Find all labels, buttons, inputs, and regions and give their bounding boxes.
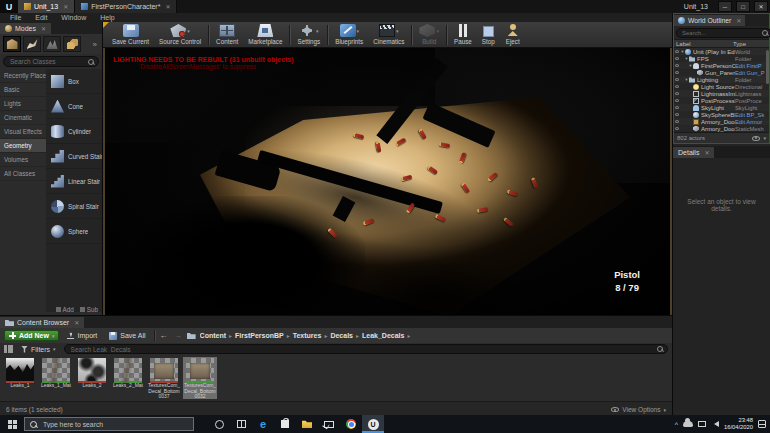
taskbar-app-task-view[interactable]: [230, 415, 252, 433]
outliner-row-postprocessvo[interactable]: PostProcessVoPostProce: [674, 97, 769, 104]
outliner-row-lighting[interactable]: ▾LightingFolder: [674, 76, 769, 83]
minimize-button[interactable]: ─: [718, 1, 732, 12]
marketplace-button[interactable]: Marketplace: [243, 23, 287, 46]
menu-item-window[interactable]: Window: [55, 14, 92, 21]
source-control-button[interactable]: ▾Source Control: [154, 23, 206, 46]
taskbar-app-cortana[interactable]: [208, 415, 230, 433]
visibility-eye-icon[interactable]: [675, 64, 679, 67]
placeable-item-cylinder[interactable]: Cylinder: [46, 119, 102, 144]
modes-search-input[interactable]: [8, 57, 88, 66]
expander-icon[interactable]: ▾: [684, 56, 689, 61]
cinematics-button[interactable]: ▾Cinematics: [368, 23, 409, 46]
close-tab-icon[interactable]: ✕: [736, 17, 741, 24]
network-icon[interactable]: [698, 421, 706, 427]
taskbar-app-mail[interactable]: [318, 415, 340, 433]
edit-asset-link[interactable]: Edit Gun_P: [735, 70, 769, 76]
visibility-eye-icon[interactable]: [675, 120, 679, 123]
tab-world-outliner[interactable]: World Outliner ✕: [674, 15, 745, 26]
taskbar-search-box[interactable]: [24, 417, 194, 431]
asset-item-leaks_1[interactable]: Leaks_1: [3, 357, 37, 399]
blueprints-button[interactable]: ▾Blueprints: [330, 23, 368, 46]
visibility-eye-icon[interactable]: [675, 113, 679, 116]
forward-button[interactable]: →: [173, 331, 183, 340]
outliner-scrollbar[interactable]: [766, 50, 769, 84]
visibility-eye-icon[interactable]: [675, 92, 679, 95]
start-button[interactable]: [0, 415, 24, 433]
visibility-eye-icon[interactable]: [675, 71, 679, 74]
modes-category-geometry[interactable]: Geometry: [0, 139, 46, 153]
menu-item-file[interactable]: File: [4, 14, 27, 21]
edit-asset-link[interactable]: Edit BP_Sk: [735, 112, 769, 118]
modes-category-visual-effects[interactable]: Visual Effects: [0, 125, 46, 139]
maximize-button[interactable]: □: [736, 1, 750, 12]
outliner-search-box[interactable]: [676, 28, 770, 38]
path-picker-icon[interactable]: [187, 332, 196, 339]
hidden-icons-chevron[interactable]: ^: [675, 421, 678, 428]
taskbar-app-file-explorer[interactable]: [296, 415, 318, 433]
close-tab-icon[interactable]: ✕: [74, 319, 79, 326]
volume-icon[interactable]: [711, 421, 719, 427]
taskbar-app-store[interactable]: [274, 415, 296, 433]
sources-panel-toggle-icon[interactable]: [4, 345, 13, 353]
outliner-view-options-button[interactable]: ▾: [752, 135, 766, 141]
visibility-eye-icon[interactable]: [675, 99, 679, 102]
onedrive-icon[interactable]: [683, 421, 693, 427]
filters-button[interactable]: Filters ▾: [17, 345, 60, 354]
outliner-row-light-source[interactable]: Light SourceDirectional: [674, 83, 769, 90]
label-column-header[interactable]: Label: [676, 41, 733, 47]
brush-sub-option[interactable]: Sub: [80, 306, 98, 313]
outliner-column-header[interactable]: Label Type: [674, 39, 769, 48]
tab-modes[interactable]: Modes ✕: [0, 23, 51, 34]
taskbar-search-input[interactable]: [41, 420, 188, 429]
breadcrumb-decals[interactable]: Decals: [330, 332, 353, 339]
outliner-row-armory-door-upc[interactable]: Armory_Door_UpcStaticMesh: [674, 125, 769, 132]
modes-category-basic[interactable]: Basic: [0, 83, 46, 97]
type-column-header[interactable]: Type: [733, 41, 767, 47]
save-current-button[interactable]: Save Current: [107, 23, 154, 46]
visibility-eye-icon[interactable]: [675, 85, 679, 88]
outliner-row-lightmassimpo[interactable]: LightmassImpoLightmass: [674, 90, 769, 97]
action-center-icon[interactable]: [758, 420, 766, 428]
placeable-item-linear-stair[interactable]: Linear Stair: [46, 169, 102, 194]
close-tab-icon[interactable]: ✕: [704, 149, 709, 156]
taskbar-app-chrome[interactable]: [340, 415, 362, 433]
overflow-chevron-icon[interactable]: »: [93, 40, 99, 49]
content-browser-search-box[interactable]: [64, 344, 668, 354]
outliner-row-unit-play-in-editor-[interactable]: ▾Unit (Play In Editor)World: [674, 48, 769, 55]
visibility-eye-icon[interactable]: [675, 127, 679, 130]
foliage-mode-button[interactable]: [63, 36, 81, 52]
view-options-button[interactable]: View Options ▾: [611, 406, 666, 413]
visibility-eye-icon[interactable]: [675, 50, 679, 53]
asset-item-texturescom_decal_bottom0032[interactable]: TexturesCom_Decal_Bottom0032: [183, 357, 217, 399]
close-button[interactable]: ✕: [754, 1, 768, 12]
edit-asset-link[interactable]: Edit Armor: [735, 119, 769, 125]
add-new-button[interactable]: Add New ▾: [4, 330, 59, 341]
visibility-eye-icon[interactable]: [675, 78, 679, 81]
modes-search-box[interactable]: [3, 56, 99, 67]
save-all-button[interactable]: Save All: [105, 331, 149, 341]
breadcrumb-leak_decals[interactable]: Leak_Decals: [362, 332, 404, 339]
menu-item-help[interactable]: Help: [94, 14, 120, 21]
tab-content-browser[interactable]: Content Browser ✕: [0, 317, 84, 328]
placeable-item-cone[interactable]: Cone: [46, 94, 102, 119]
taskbar-clock[interactable]: 23:48 16/04/2020: [724, 417, 753, 431]
eject-button[interactable]: Eject: [500, 23, 526, 46]
outliner-row-skylight[interactable]: SkyLightSkyLight: [674, 104, 769, 111]
visibility-eye-icon[interactable]: [675, 106, 679, 109]
taskbar-app-edge[interactable]: e: [252, 415, 274, 433]
placeable-item-box[interactable]: Box: [46, 69, 102, 94]
close-tab-icon[interactable]: ✕: [165, 3, 170, 10]
placeable-item-sphere[interactable]: Sphere: [46, 219, 102, 244]
tab-level-unit13[interactable]: Unit_13 ✕: [18, 0, 75, 13]
content-browser-search-input[interactable]: [69, 345, 657, 354]
expander-icon[interactable]: ▾: [684, 77, 689, 82]
breadcrumb-content[interactable]: Content: [200, 332, 226, 339]
stop-button[interactable]: Stop: [477, 24, 500, 46]
visibility-eye-icon[interactable]: [675, 57, 679, 60]
outliner-row-skysphereblue[interactable]: SkySphereBlueEdit BP_Sk: [674, 111, 769, 118]
asset-item-leaks_2[interactable]: Leaks_2: [75, 357, 109, 399]
level-viewport[interactable]: LIGHTING NEEDS TO BE REBUILT (31 unbuilt…: [103, 48, 672, 315]
outliner-row-firstpersoncha[interactable]: ▾FirstPersonChaEdit FirstP: [674, 62, 769, 69]
breadcrumb-firstpersonbp[interactable]: FirstPersonBP: [235, 332, 284, 339]
close-tab-icon[interactable]: ✕: [41, 25, 46, 32]
